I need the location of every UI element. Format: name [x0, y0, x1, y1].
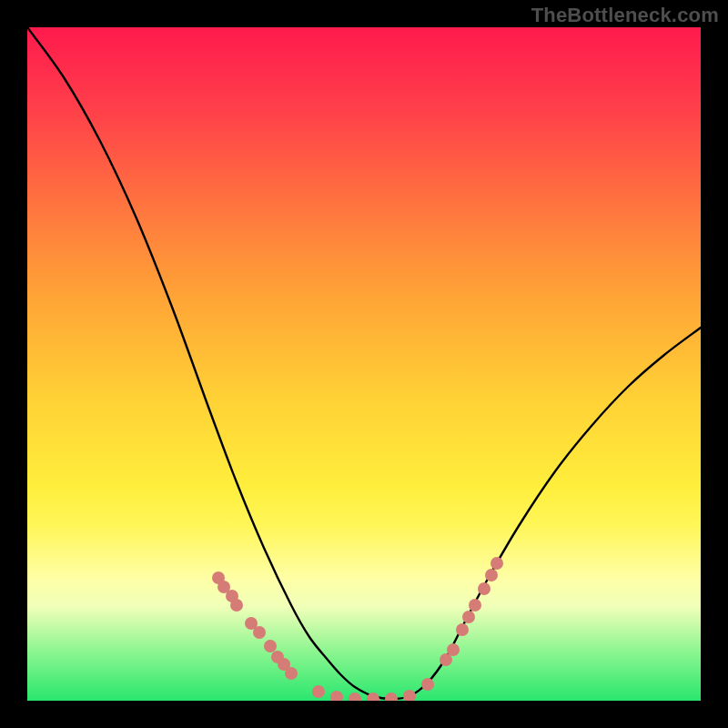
- highlight-dot: [478, 582, 490, 595]
- highlight-dot: [447, 643, 460, 656]
- highlight-dot: [403, 690, 416, 701]
- watermark-label: TheBottleneck.com: [531, 4, 719, 27]
- highlight-dot: [456, 623, 469, 636]
- highlight-dot: [462, 611, 475, 623]
- highlight-dot: [485, 569, 498, 581]
- highlight-dot: [469, 599, 481, 612]
- highlight-dot: [421, 678, 434, 691]
- highlight-dot: [330, 691, 343, 701]
- chart-svg: [27, 27, 701, 701]
- highlight-dot: [264, 640, 277, 652]
- highlight-dot: [312, 685, 325, 698]
- highlight-dot: [385, 693, 398, 701]
- highlight-dot: [490, 557, 503, 570]
- curve-path: [27, 27, 701, 699]
- highlight-dot: [230, 599, 243, 612]
- plot-area: [27, 27, 701, 701]
- curve-highlight-dots: [212, 557, 503, 701]
- highlight-dot: [349, 693, 361, 701]
- highlight-dot: [253, 626, 266, 639]
- chart-frame: TheBottleneck.com: [0, 0, 728, 728]
- highlight-dot: [285, 667, 298, 680]
